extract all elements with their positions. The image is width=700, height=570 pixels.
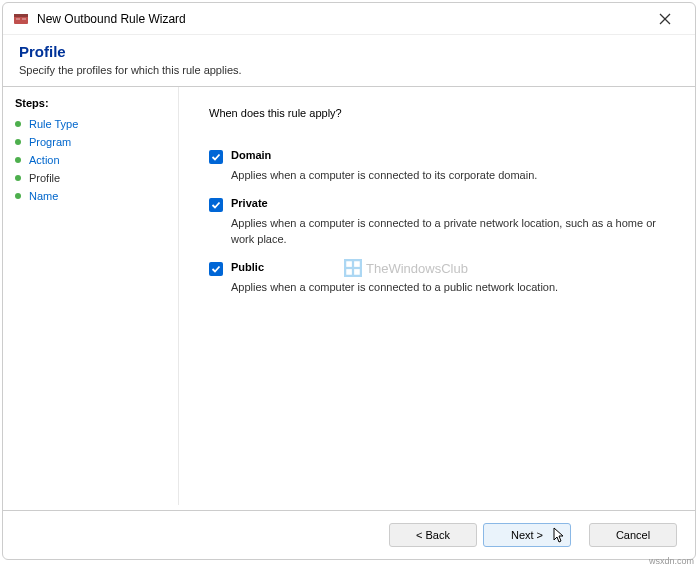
checkbox-label: Domain bbox=[231, 149, 271, 161]
wizard-header: Profile Specify the profiles for which t… bbox=[3, 35, 695, 86]
back-button[interactable]: < Back bbox=[389, 523, 477, 547]
wizard-body: Steps: Rule Type Program Action Profile … bbox=[3, 87, 695, 505]
wizard-window: New Outbound Rule Wizard Profile Specify… bbox=[2, 2, 696, 560]
steps-sidebar: Steps: Rule Type Program Action Profile … bbox=[3, 87, 178, 505]
step-profile[interactable]: Profile bbox=[15, 169, 166, 187]
checkbox-label: Public bbox=[231, 261, 264, 273]
bullet-icon bbox=[15, 175, 21, 181]
close-button[interactable] bbox=[645, 3, 685, 35]
firewall-icon bbox=[13, 11, 29, 27]
bullet-icon bbox=[15, 121, 21, 127]
check-icon bbox=[211, 264, 221, 274]
step-label: Name bbox=[29, 190, 58, 202]
check-icon bbox=[211, 200, 221, 210]
step-label: Program bbox=[29, 136, 71, 148]
step-name[interactable]: Name bbox=[15, 187, 166, 205]
step-action[interactable]: Action bbox=[15, 151, 166, 169]
svg-rect-1 bbox=[14, 14, 28, 17]
steps-heading: Steps: bbox=[15, 97, 166, 109]
step-label: Profile bbox=[29, 172, 60, 184]
question-text: When does this rule apply? bbox=[209, 107, 665, 119]
checkbox-public[interactable] bbox=[209, 262, 223, 276]
checkbox-desc: Applies when a computer is connected to … bbox=[231, 168, 665, 183]
check-icon bbox=[211, 152, 221, 162]
footer-divider bbox=[3, 510, 695, 511]
bullet-icon bbox=[15, 157, 21, 163]
window-title: New Outbound Rule Wizard bbox=[37, 12, 645, 26]
checkbox-label: Private bbox=[231, 197, 268, 209]
checkbox-desc: Applies when a computer is connected to … bbox=[231, 216, 665, 247]
close-icon bbox=[659, 13, 671, 25]
page-title: Profile bbox=[19, 43, 679, 60]
checkbox-desc: Applies when a computer is connected to … bbox=[231, 280, 665, 295]
step-rule-type[interactable]: Rule Type bbox=[15, 115, 166, 133]
button-bar: < Back Next > Cancel bbox=[389, 523, 677, 547]
step-program[interactable]: Program bbox=[15, 133, 166, 151]
page-subtitle: Specify the profiles for which this rule… bbox=[19, 64, 679, 76]
attribution-text: wsxdn.com bbox=[649, 556, 694, 566]
bullet-icon bbox=[15, 193, 21, 199]
checkbox-domain-row: Domain bbox=[209, 149, 665, 164]
checkbox-private[interactable] bbox=[209, 198, 223, 212]
cancel-button[interactable]: Cancel bbox=[589, 523, 677, 547]
checkbox-private-row: Private bbox=[209, 197, 665, 212]
step-label: Rule Type bbox=[29, 118, 78, 130]
svg-rect-2 bbox=[16, 18, 20, 20]
checkbox-domain[interactable] bbox=[209, 150, 223, 164]
bullet-icon bbox=[15, 139, 21, 145]
titlebar: New Outbound Rule Wizard bbox=[3, 3, 695, 35]
next-button[interactable]: Next > bbox=[483, 523, 571, 547]
svg-rect-3 bbox=[22, 18, 26, 20]
wizard-content: When does this rule apply? Domain Applie… bbox=[178, 87, 695, 505]
checkbox-public-row: Public bbox=[209, 261, 665, 276]
step-label: Action bbox=[29, 154, 60, 166]
